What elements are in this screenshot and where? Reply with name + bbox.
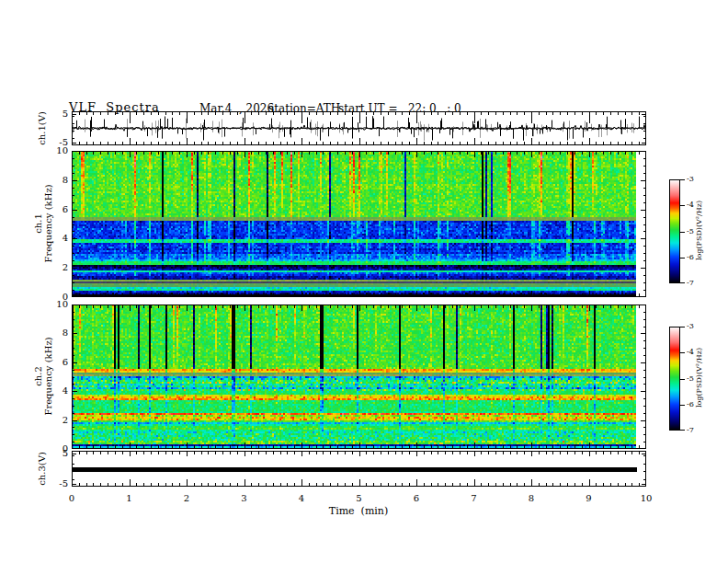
time-axis-tick-label: 6 [414,494,419,503]
time-axis-tick-label: 4 [299,494,304,503]
time-axis-tick-label: 7 [471,494,476,503]
ch2-frequency-ytick-label: 8 [63,328,68,338]
time-axis-tick-label: 5 [356,494,361,503]
ch2-frequency-ylabel-line1: ch.2 [33,303,43,450]
colorbar-tick-label: -5 [687,375,694,383]
ch2-frequency-ytick-label: 2 [63,416,68,425]
ch1-frequency-ylabel-line2: Frequency (kHz) [43,150,53,297]
ch1-waveform-panel [72,111,646,145]
ch1-colorbar [669,179,686,283]
ch2-colorbar [669,327,686,431]
time-axis-tick-label: 8 [529,494,534,503]
ch1-frequency-ylabel-line1: ch.1 [33,150,43,297]
ch1-frequency-ytick-label: 8 [63,176,68,185]
ch3-voltage-ylabel: ch.3(V) [37,431,47,505]
colorbar-tick-label: -7 [687,280,694,287]
ch1-frequency-ytick-label: 2 [63,263,68,272]
ch1-frequency-ytick-label: 10 [56,146,68,155]
ch1-frequency-ytick-label: 4 [63,234,68,243]
time-axis-tick-label: 9 [586,494,591,503]
ch2-spectrogram-panel [72,304,646,449]
time-axis-tick-label: 10 [641,494,653,503]
colorbar-tick-label: -5 [687,228,694,236]
ch1-frequency-ylabel: ch.1 Frequency (kHz) [33,150,53,297]
time-axis-tick-label: 2 [184,494,189,503]
colorbar-tick-label: -3 [687,176,694,183]
colorbar-tick-label: -3 [687,323,694,330]
time-axis-tick-label: 0 [69,494,74,503]
ch1-voltage-ytick-label: 5 [63,109,68,119]
ch3-voltage-ytick-label: -5 [59,479,68,488]
colorbar-tick-label: -4 [687,201,694,209]
ch1-frequency-ytick-label: 6 [63,205,68,214]
ch3-voltage-ytick-label: 5 [63,449,68,458]
ch2-frequency-ytick-label: 4 [63,386,68,396]
ch2-colorbar-unit-label: log(PSD)(V²/Hz) [695,322,703,432]
ch1-spectrogram-panel [72,151,646,297]
colorbar-tick-label: -4 [687,349,694,356]
time-axis-tick-label: 3 [241,494,246,503]
ch3-waveform-panel [72,451,646,487]
colorbar-tick-label: -7 [687,427,694,434]
colorbar-tick-label: -6 [687,401,694,408]
time-axis-tick-label: 1 [126,494,131,503]
ch1-colorbar-unit-label: log(PSD)(V²/Hz) [695,175,703,285]
colorbar-tick-label: -6 [687,254,694,261]
ch2-frequency-ytick-label: 6 [63,358,68,367]
ch2-frequency-ylabel: ch.2 Frequency (kHz) [33,303,53,450]
ch2-frequency-ylabel-line2: Frequency (kHz) [43,303,53,450]
time-axis-title: Time (min) [329,505,388,517]
vlf-spectra-figure: VLF Spectra Mar.4 , 2026 station=ATH sta… [0,0,728,563]
ch2-frequency-ytick-label: 10 [56,300,68,309]
